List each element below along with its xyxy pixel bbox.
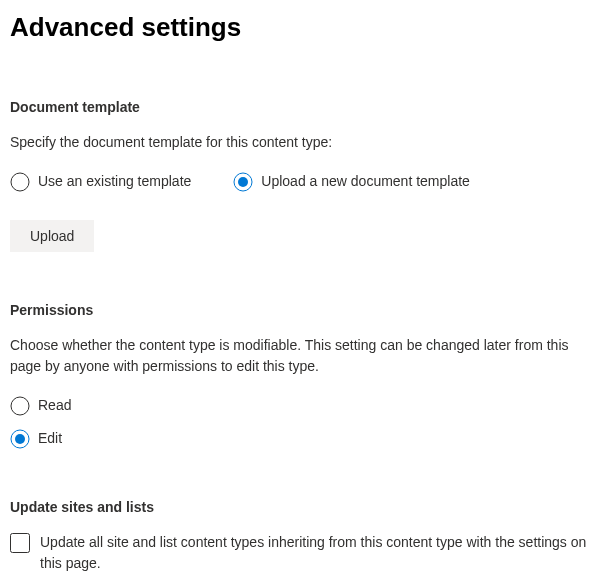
radio-upload-new-template[interactable]: Upload a new document template <box>233 171 470 192</box>
radio-label: Edit <box>38 428 62 449</box>
radio-selected-icon <box>10 429 30 449</box>
radio-permission-edit[interactable]: Edit <box>10 428 588 449</box>
update-sites-heading: Update sites and lists <box>10 497 588 518</box>
permissions-description: Choose whether the content type is modif… <box>10 335 588 377</box>
section-document-template: Document template Specify the document t… <box>10 97 588 252</box>
permissions-heading: Permissions <box>10 300 588 321</box>
svg-point-2 <box>238 177 248 187</box>
section-update-sites: Update sites and lists Update all site a… <box>10 497 588 572</box>
section-permissions: Permissions Choose whether the content t… <box>10 300 588 449</box>
radio-unselected-icon <box>10 396 30 416</box>
document-template-description: Specify the document template for this c… <box>10 132 588 153</box>
radio-permission-read[interactable]: Read <box>10 395 588 416</box>
radio-use-existing-template[interactable]: Use an existing template <box>10 171 191 192</box>
radio-unselected-icon <box>10 172 30 192</box>
radio-selected-icon <box>233 172 253 192</box>
document-template-heading: Document template <box>10 97 588 118</box>
svg-rect-6 <box>11 534 30 553</box>
radio-label: Upload a new document template <box>261 171 470 192</box>
page-title: Advanced settings <box>10 8 588 47</box>
svg-point-5 <box>15 434 25 444</box>
checkbox-unchecked-icon <box>10 533 30 553</box>
document-template-radio-group: Use an existing template Upload a new do… <box>10 171 588 192</box>
checkbox-label: Update all site and list content types i… <box>40 532 588 572</box>
radio-label: Use an existing template <box>38 171 191 192</box>
upload-button[interactable]: Upload <box>10 220 94 252</box>
radio-label: Read <box>38 395 71 416</box>
permissions-radio-group: Read Edit <box>10 395 588 449</box>
svg-point-0 <box>11 173 29 191</box>
svg-point-3 <box>11 397 29 415</box>
checkbox-update-all-sites[interactable]: Update all site and list content types i… <box>10 532 588 572</box>
